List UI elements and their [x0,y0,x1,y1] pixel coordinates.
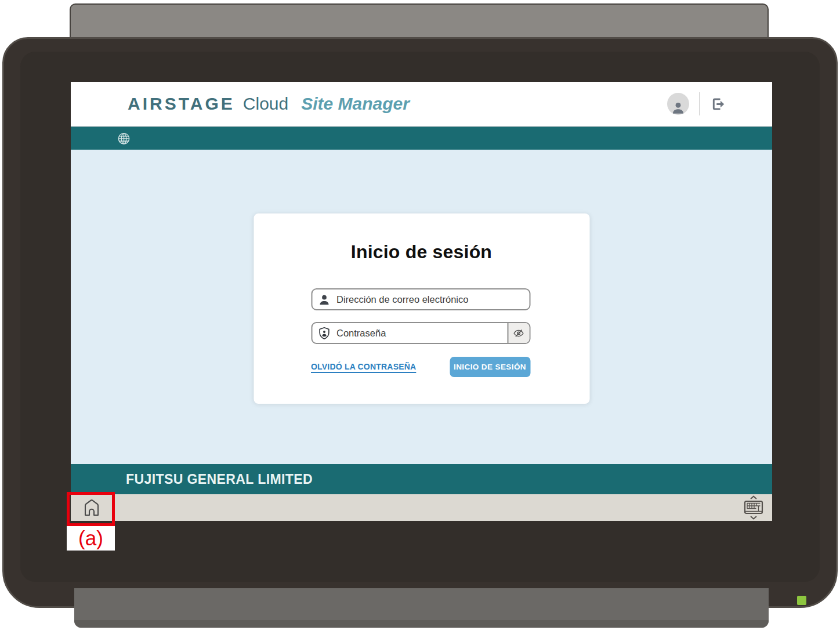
header-divider [699,92,700,115]
annotation-label: (a) [67,526,115,551]
person-glyph [671,100,686,115]
login-card: Inicio de sesión [254,213,589,404]
footer-bar: FUJITSU GENERAL LIMITED [71,464,772,494]
globe-glyph [117,132,131,145]
main-content: Inicio de sesión [71,150,772,464]
forgot-password-link[interactable]: OLVIDÓ LA CONTRASEÑA [311,362,416,371]
person-icon [312,294,336,306]
company-name: FUJITSU GENERAL LIMITED [126,471,313,487]
logout-glyph [710,96,726,112]
app-header: AIRSTAGE Cloud Site Manager [71,82,772,126]
nav-bar [71,126,772,150]
logo-cloud: Cloud [243,94,288,114]
taskbar [71,494,772,521]
shield-person-icon [312,327,336,340]
app-logo: AIRSTAGE Cloud Site Manager [128,82,410,126]
user-avatar-icon[interactable] [667,93,689,115]
password-input[interactable] [336,323,507,343]
globe-icon[interactable] [117,132,131,145]
login-title: Inicio de sesión [254,241,589,263]
keyboard-icon [743,495,764,520]
logo-airstage: AIRSTAGE [128,94,235,114]
eye-slash-icon[interactable] [507,323,529,343]
tablet-device: AIRSTAGE Cloud Site Manager [2,37,838,608]
power-led [797,596,806,605]
keyboard-toggle-button[interactable] [741,495,766,520]
logout-icon[interactable] [710,96,726,112]
screen: AIRSTAGE Cloud Site Manager [71,82,772,521]
email-field [311,288,530,310]
email-input[interactable] [336,289,529,309]
page: AIRSTAGE Cloud Site Manager [0,0,840,630]
login-actions: OLVIDÓ LA CONTRASEÑA INICIO DE SESIÓN [311,356,530,377]
logo-site-manager: Site Manager [301,94,410,114]
header-actions [667,82,726,126]
device-bottom-rail [74,588,769,628]
annotation-highlight-box [67,492,115,526]
login-button[interactable]: INICIO DE SESIÓN [450,357,530,377]
password-field [311,322,530,344]
